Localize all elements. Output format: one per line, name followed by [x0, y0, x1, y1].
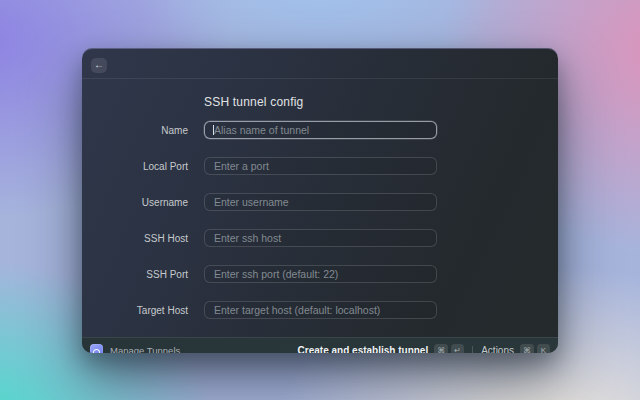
form-row-username: Username [82, 193, 558, 211]
text-cursor [213, 125, 214, 135]
form-row-ssh-port: SSH Port [82, 265, 558, 283]
form-row-target-host: Target Host [82, 301, 558, 319]
tunnel-app-icon [90, 344, 103, 353]
ssh-host-label: SSH Host [82, 233, 188, 244]
primary-action-label: Create and establish tunnel [298, 345, 429, 353]
cmd-key-icon: ⌘ [434, 344, 448, 353]
name-label: Name [82, 125, 188, 136]
footer-actions: Create and establish tunnel ⌘ ↵ Actions … [298, 344, 550, 353]
back-button[interactable]: ← [91, 58, 107, 73]
window-titlebar: ← [82, 48, 558, 79]
create-and-establish-tunnel-button[interactable]: Create and establish tunnel ⌘ ↵ [298, 344, 465, 353]
target-host-input[interactable] [204, 301, 437, 319]
actions-menu-button[interactable]: Actions ⌘ K [481, 344, 550, 353]
username-label: Username [82, 197, 188, 208]
footer-divider [472, 346, 473, 354]
form-row-ssh-host: SSH Host [82, 229, 558, 247]
ssh-tunnel-config-window: ← SSH tunnel config Name Local Port User… [82, 48, 558, 353]
local-port-label: Local Port [82, 161, 188, 172]
local-port-input[interactable] [204, 157, 437, 175]
back-arrow-icon: ← [94, 60, 104, 70]
target-host-label: Target Host [82, 305, 188, 316]
form-content: SSH tunnel config Name Local Port Userna… [82, 79, 558, 337]
actions-label: Actions [481, 345, 514, 353]
cmd-key-icon: ⌘ [520, 344, 534, 353]
k-key-icon: K [537, 344, 550, 353]
return-key-icon: ↵ [451, 344, 464, 353]
ssh-port-label: SSH Port [82, 269, 188, 280]
page-title: SSH tunnel config [204, 95, 558, 109]
form-row-name: Name [82, 121, 558, 139]
form-row-local-port: Local Port [82, 157, 558, 175]
ssh-host-input[interactable] [204, 229, 437, 247]
username-input[interactable] [204, 193, 437, 211]
ssh-port-input[interactable] [204, 265, 437, 283]
name-input[interactable] [204, 121, 437, 139]
extension-name: Manage Tunnels [110, 345, 180, 353]
action-bar: Manage Tunnels Create and establish tunn… [82, 337, 558, 353]
tunnel-arch-icon [93, 349, 100, 354]
